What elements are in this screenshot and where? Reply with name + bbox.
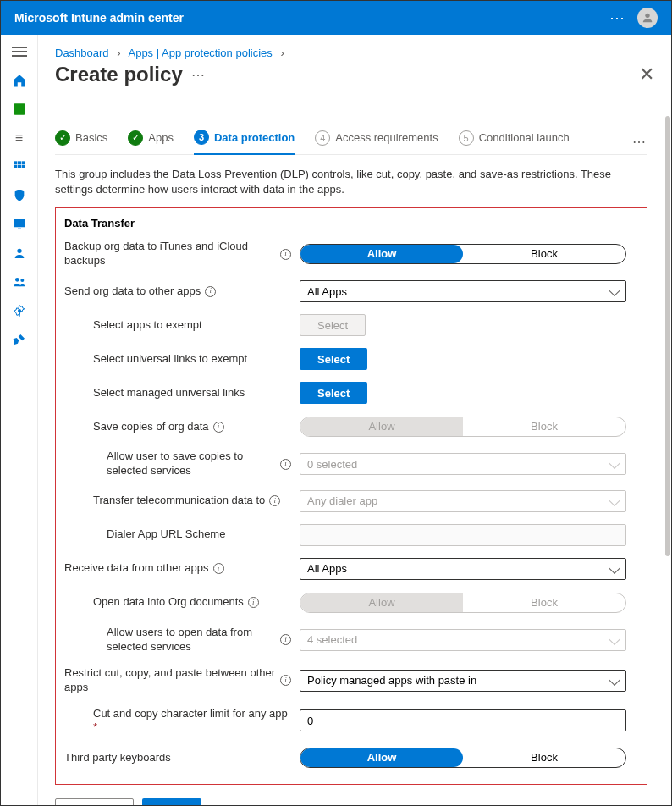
info-icon[interactable]: i	[280, 249, 291, 260]
exempt-select-button: Select	[300, 314, 366, 336]
monitor-icon[interactable]	[8, 213, 31, 236]
tools-icon[interactable]	[8, 328, 31, 351]
svg-rect-9	[18, 229, 21, 229]
restrict-select[interactable]: Policy managed apps with paste in	[300, 670, 626, 692]
receive-select[interactable]: All Apps	[300, 558, 626, 580]
section-description: This group includes the Data Loss Preven…	[55, 167, 647, 197]
opendata-toggle: Allow Block	[300, 593, 626, 613]
breadcrumb-apps[interactable]: Apps | App protection policies	[128, 47, 272, 59]
charlimit-input[interactable]	[300, 709, 626, 731]
svg-rect-1	[14, 103, 25, 114]
opendata-label: Open data into Org documents	[93, 595, 244, 610]
chevron-down-icon	[609, 674, 620, 686]
svg-rect-2	[14, 161, 17, 164]
apps-icon[interactable]	[8, 155, 31, 179]
close-icon[interactable]: ✕	[639, 63, 654, 86]
chevron-right-icon: ›	[280, 47, 284, 59]
send-select[interactable]: All Apps	[300, 280, 626, 302]
openfrom-select: 4 selected	[300, 629, 626, 651]
svg-rect-5	[14, 165, 17, 168]
next-button[interactable]: Next	[142, 798, 201, 805]
sidebar: ≡	[1, 35, 38, 805]
save-copies-label: Save copies of org data	[93, 420, 209, 434]
charlimit-label: Cut and copy character limit for any app	[93, 707, 288, 720]
backup-toggle[interactable]: Allow Block	[300, 244, 626, 264]
thirdparty-toggle[interactable]: Allow Block	[300, 748, 626, 768]
chevron-right-icon: ›	[117, 47, 120, 59]
restrict-label: Restrict cut, copy, and paste between ot…	[64, 666, 276, 695]
menu-icon[interactable]	[8, 40, 31, 63]
info-icon[interactable]: i	[248, 597, 259, 608]
avatar[interactable]	[637, 8, 658, 28]
step-apps[interactable]: ✓Apps	[128, 130, 174, 154]
user-icon[interactable]	[8, 241, 31, 265]
chevron-down-icon	[609, 494, 620, 506]
breadcrumb-dashboard[interactable]: Dashboard	[55, 47, 109, 59]
page-more-icon[interactable]: ⋯	[191, 67, 205, 83]
top-bar: Microsoft Intune admin center ⋯	[1, 1, 671, 35]
check-icon: ✓	[55, 130, 70, 146]
info-icon[interactable]: i	[205, 286, 216, 297]
chevron-down-icon	[609, 284, 620, 296]
info-icon[interactable]: i	[213, 563, 224, 574]
exempt-label: Select apps to exempt	[93, 318, 202, 333]
step-data-protection[interactable]: 3Data protection	[194, 130, 295, 155]
app-title: Microsoft Intune admin center	[14, 11, 184, 25]
svg-point-0	[645, 14, 649, 18]
universal-select-button[interactable]: Select	[300, 348, 367, 370]
svg-point-11	[15, 278, 19, 282]
chevron-down-icon	[609, 562, 620, 574]
universal-links-label: Select universal links to exempt	[93, 352, 247, 367]
scrollbar[interactable]	[665, 116, 670, 556]
step-basics[interactable]: ✓Basics	[55, 130, 107, 154]
check-icon: ✓	[128, 130, 143, 146]
managed-select-button[interactable]: Select	[300, 382, 367, 404]
telecom-select: Any dialer app	[300, 490, 626, 512]
svg-rect-4	[21, 161, 25, 164]
chevron-down-icon	[609, 633, 620, 645]
wizard-steps: ✓Basics ✓Apps 3Data protection 4Access r…	[55, 130, 647, 155]
breadcrumb: Dashboard › Apps | App protection polici…	[38, 35, 671, 59]
list-icon[interactable]: ≡	[8, 126, 31, 150]
wizard-more-icon[interactable]: ⋯	[632, 134, 647, 150]
users-icon[interactable]	[8, 270, 31, 294]
dialer-label: Dialer App URL Scheme	[107, 527, 225, 542]
save-copies-toggle: Allow Block	[300, 417, 626, 437]
info-icon[interactable]: i	[280, 459, 291, 470]
svg-point-10	[17, 249, 21, 253]
step-access-requirements[interactable]: 4Access requirements	[315, 130, 438, 154]
chevron-down-icon	[609, 457, 620, 469]
save-to-select: 0 selected	[300, 453, 626, 475]
dashboard-icon[interactable]	[8, 97, 31, 121]
openfrom-label: Allow users to open data from selected s…	[107, 626, 276, 654]
info-icon[interactable]: i	[280, 675, 291, 686]
save-to-label: Allow user to save copies to selected se…	[107, 450, 276, 478]
settings-icon[interactable]	[8, 299, 31, 323]
previous-button[interactable]: Previous	[55, 798, 134, 805]
svg-rect-3	[18, 161, 21, 164]
thirdparty-label: Third party keyboards	[64, 751, 171, 765]
svg-rect-6	[18, 165, 21, 168]
data-transfer-section: Data Transfer Backup org data to iTunes …	[55, 207, 647, 785]
info-icon[interactable]: i	[213, 422, 224, 433]
svg-rect-8	[14, 219, 25, 227]
info-icon[interactable]: i	[269, 495, 280, 506]
svg-point-12	[20, 279, 24, 282]
section-title: Data Transfer	[64, 217, 635, 229]
page-title: Create policy	[55, 63, 183, 86]
managed-links-label: Select managed universal links	[93, 386, 245, 400]
shield-icon[interactable]	[8, 184, 31, 207]
svg-rect-7	[21, 165, 25, 168]
info-icon[interactable]: i	[280, 634, 291, 645]
topbar-more-icon[interactable]: ⋯	[609, 8, 625, 27]
receive-label: Receive data from other apps	[64, 561, 209, 576]
send-label: Send org data to other apps	[64, 284, 201, 299]
backup-label: Backup org data to iTunes and iCloud bac…	[64, 240, 276, 268]
home-icon[interactable]	[8, 69, 31, 92]
telecom-label: Transfer telecommunication data to	[93, 494, 265, 508]
dialer-input	[300, 524, 626, 546]
step-conditional-launch[interactable]: 5Conditional launch	[459, 130, 570, 154]
